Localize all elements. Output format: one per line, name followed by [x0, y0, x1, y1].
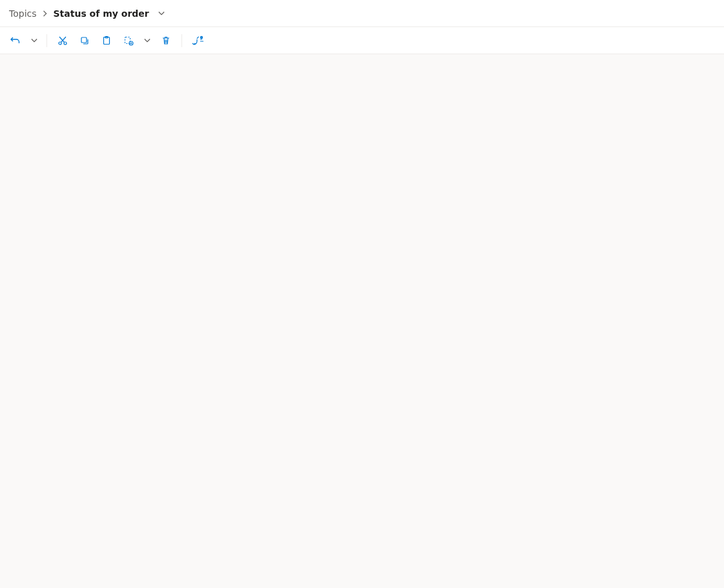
- breadcrumb: Topics Status of my order: [0, 0, 724, 27]
- paste-special-button[interactable]: [119, 32, 138, 50]
- canvas-toolbar: [0, 27, 724, 54]
- breadcrumb-root[interactable]: Topics: [9, 8, 37, 19]
- chevron-right-icon: [42, 8, 48, 19]
- svg-point-1: [64, 42, 67, 45]
- undo-split-chevron[interactable]: [28, 32, 40, 50]
- cut-button[interactable]: [54, 32, 72, 50]
- variables-button[interactable]: [189, 32, 207, 50]
- chevron-down-icon[interactable]: [158, 8, 165, 19]
- paste-split-chevron[interactable]: [141, 32, 153, 50]
- copy-button[interactable]: [76, 32, 94, 50]
- delete-button[interactable]: [157, 32, 175, 50]
- svg-rect-2: [81, 37, 87, 43]
- paste-button[interactable]: [98, 32, 116, 50]
- svg-point-0: [59, 42, 61, 45]
- undo-button[interactable]: [6, 32, 25, 50]
- breadcrumb-current[interactable]: Status of my order: [54, 8, 149, 19]
